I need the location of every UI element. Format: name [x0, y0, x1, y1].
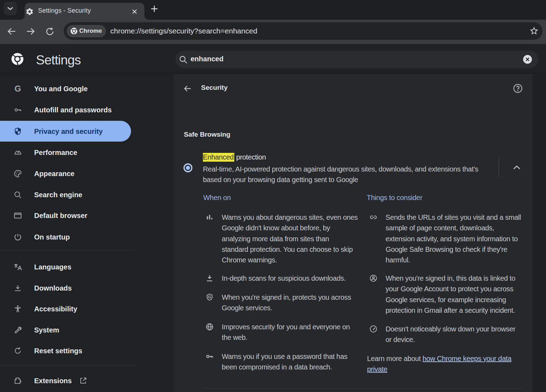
svg-text:G: G: [14, 85, 21, 93]
svg-text:G: G: [208, 295, 211, 299]
